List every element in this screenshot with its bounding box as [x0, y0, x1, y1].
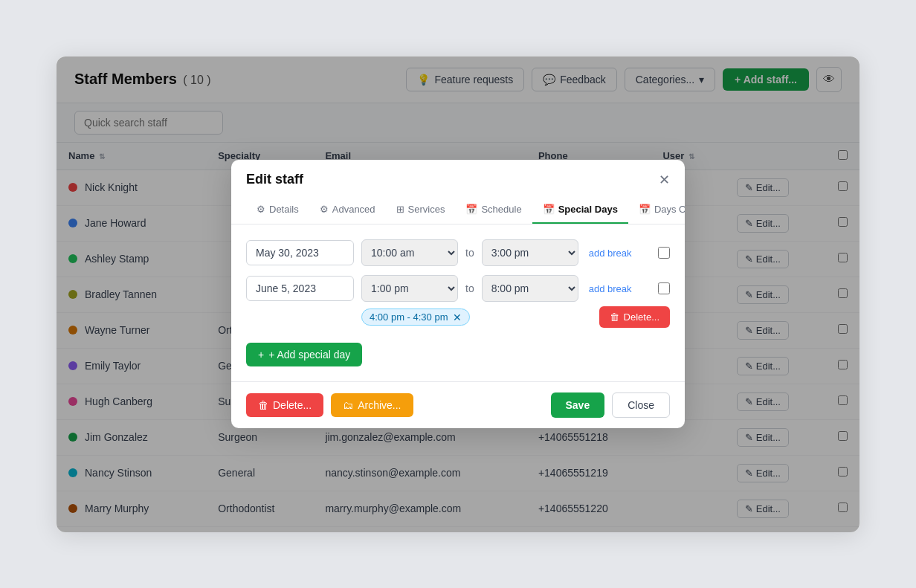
save-button[interactable]: Save: [551, 392, 605, 418]
date-input-1[interactable]: [246, 240, 354, 265]
to-time-select-1[interactable]: 3:00 pm 2:00 pm 4:00 pm: [482, 239, 578, 266]
date-input-2[interactable]: [246, 276, 354, 301]
archive-button[interactable]: 🗂 Archive...: [331, 393, 413, 417]
row-2-checkbox[interactable]: [658, 282, 670, 294]
row2-break-and-delete: 4:00 pm - 4:30 pm ✕ 🗑 Delete...: [246, 306, 670, 328]
tab-special-days[interactable]: 📅 Special Days: [532, 196, 628, 224]
tab-days-off[interactable]: 📅 Days Off: [628, 196, 685, 224]
trash-icon-2: 🗑: [258, 399, 268, 411]
add-break-link-2[interactable]: add break: [589, 283, 632, 294]
break-tag: 4:00 pm - 4:30 pm ✕: [361, 308, 470, 326]
modal-title: Edit staff: [246, 172, 303, 187]
calendar-icon: 📅: [465, 204, 477, 215]
tab-services[interactable]: ⊞ Services: [386, 196, 456, 224]
tab-details[interactable]: ⚙ Details: [246, 196, 309, 224]
app-wrapper: Staff Members ( 10 ) 💡 Feature requests …: [57, 56, 859, 532]
row2-line1: 1:00 pm 12:00 pm 2:00 pm to 8:00 pm 7:00…: [246, 275, 670, 302]
break-tag-close-button[interactable]: ✕: [453, 312, 462, 323]
add-break-link-1[interactable]: add break: [589, 248, 632, 259]
plus-icon: +: [258, 349, 264, 361]
grid-icon: ⊞: [396, 204, 404, 215]
to-label-2: to: [465, 282, 474, 294]
to-time-select-2[interactable]: 8:00 pm 7:00 pm 9:00 pm: [482, 275, 578, 302]
row-1-checkbox[interactable]: [658, 247, 670, 259]
modal-close-button[interactable]: ✕: [659, 173, 670, 187]
special-day-row-1: 10:00 am 9:00 am 11:00 am to 3:00 pm 2:0…: [246, 239, 670, 266]
add-special-day-button[interactable]: + + Add special day: [246, 343, 362, 366]
gear-icon: ⚙: [257, 204, 265, 215]
row-delete-button[interactable]: 🗑 Delete...: [599, 306, 670, 328]
modal-tabs: ⚙ Details ⚙ Advanced ⊞ Services 📅 Schedu…: [231, 196, 685, 224]
from-time-select-1[interactable]: 10:00 am 9:00 am 11:00 am: [361, 239, 458, 266]
special-day-row-2: 1:00 pm 12:00 pm 2:00 pm to 8:00 pm 7:00…: [246, 275, 670, 328]
calendar-icon-2: 📅: [543, 204, 555, 215]
modal-overlay: Edit staff ✕ ⚙ Details ⚙ Advanced ⊞ Serv…: [57, 56, 859, 532]
delete-button[interactable]: 🗑 Delete...: [246, 393, 323, 417]
footer-right: Save Close: [551, 392, 671, 418]
close-button[interactable]: Close: [612, 392, 670, 418]
modal-footer: 🗑 Delete... 🗂 Archive... Save Close: [231, 381, 685, 428]
archive-icon: 🗂: [343, 399, 353, 411]
calendar-icon-3: 📅: [639, 204, 651, 215]
special-days-rows: 10:00 am 9:00 am 11:00 am to 3:00 pm 2:0…: [246, 239, 670, 328]
gear-icon-2: ⚙: [320, 204, 329, 215]
modal-header: Edit staff ✕: [231, 160, 685, 187]
trash-icon: 🗑: [610, 311, 619, 323]
edit-staff-modal: Edit staff ✕ ⚙ Details ⚙ Advanced ⊞ Serv…: [231, 160, 685, 428]
modal-body: 10:00 am 9:00 am 11:00 am to 3:00 pm 2:0…: [231, 224, 685, 381]
footer-left: 🗑 Delete... 🗂 Archive...: [246, 393, 413, 417]
tab-advanced[interactable]: ⚙ Advanced: [309, 196, 386, 224]
tab-schedule[interactable]: 📅 Schedule: [455, 196, 532, 224]
from-time-select-2[interactable]: 1:00 pm 12:00 pm 2:00 pm: [361, 275, 458, 302]
to-label-1: to: [465, 247, 474, 259]
